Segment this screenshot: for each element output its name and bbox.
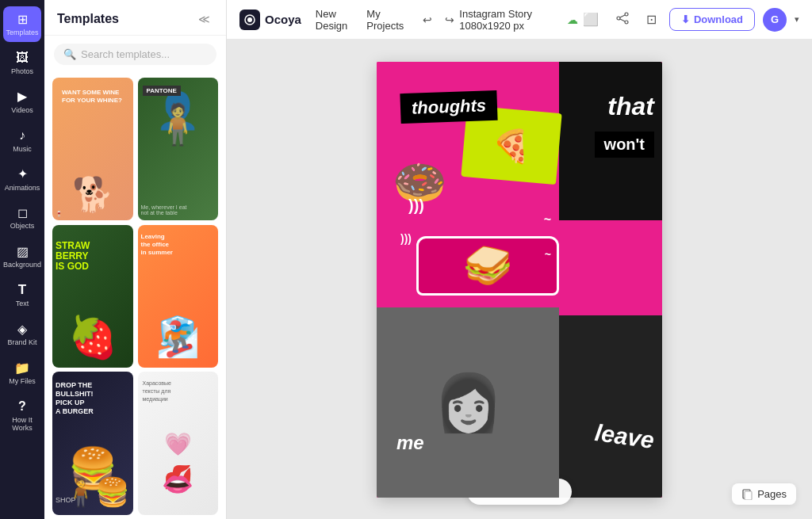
canvas-title: Instagram Story 1080x1920 px <box>459 8 561 32</box>
canvas-area: thoughts that won't 🍕 🍩 ))) ~ 🥪 <box>227 40 812 519</box>
thoughts-element[interactable]: thoughts <box>400 90 497 123</box>
undo-redo-group: ↩ ↪ <box>418 10 459 29</box>
sidebar-label-music: Music <box>13 146 32 154</box>
template-card[interactable]: PANTONE 🧍 Me, wherever I eatnot at the t… <box>138 78 219 220</box>
sidebar-item-my-files[interactable]: 📁 My Files <box>3 355 41 391</box>
sidebar-label-my-files: My Files <box>9 378 36 386</box>
black-bottom-right-section <box>559 315 662 498</box>
background-icon: ▨ <box>14 243 30 259</box>
template-card[interactable]: STRAWBERRYIS GOD 🍓 <box>52 225 133 368</box>
topbar-right: ⬜ ⊡ ⬇ Download G ▾ <box>578 8 799 32</box>
template-card[interactable]: DROP THEBULLSHIT!PICK UPA BURGER SHOP 🍔 … <box>52 372 133 514</box>
avatar-button[interactable]: G <box>763 8 787 32</box>
squiggle-2: ~ <box>544 212 551 227</box>
sidebar-label-background: Background <box>3 261 41 269</box>
objects-icon: ◻ <box>14 204 30 220</box>
templates-header: Templates ≪ <box>44 0 226 36</box>
template-card-text: Want some winefor your whine? <box>56 82 128 112</box>
music-icon: ♪ <box>14 128 30 143</box>
squiggle-4: ~ <box>545 248 551 261</box>
search-input[interactable] <box>81 48 207 60</box>
svg-point-3 <box>617 17 620 20</box>
my-projects-nav[interactable]: My Projects <box>362 5 408 35</box>
templates-title: Templates <box>57 12 119 26</box>
svg-rect-15 <box>745 491 752 500</box>
sidebar-item-animations[interactable]: ✦ Animations <box>3 162 41 197</box>
sandwich-element[interactable]: 🥪 <box>416 236 559 296</box>
undo-button[interactable]: ↩ <box>418 10 437 29</box>
squiggle-1: ))) <box>408 197 424 215</box>
sidebar-label-how-it-works: How It Works <box>6 417 38 433</box>
sidebar-item-brand-kit[interactable]: ◈ Brand Kit <box>3 316 41 352</box>
sidebar-item-background[interactable]: ▨ Background <box>3 239 41 274</box>
animations-icon: ✦ <box>14 166 30 182</box>
template-card[interactable]: Want some winefor your whine? 🐕 🍷 <box>52 78 133 220</box>
resize-button[interactable]: ⊡ <box>642 9 661 30</box>
share-button[interactable] <box>611 9 634 31</box>
template-card[interactable]: Харасовыетексты длямедиации 👄 💗 <box>138 372 219 514</box>
sidebar-item-objects[interactable]: ◻ Objects <box>3 200 41 235</box>
sidebar-item-text[interactable]: T Text <box>3 277 41 313</box>
cloud-save-icon: ☁ <box>567 13 578 26</box>
templates-icon: ⊞ <box>14 11 30 27</box>
svg-point-1 <box>247 17 252 22</box>
download-button[interactable]: ⬇ Download <box>669 8 755 31</box>
sidebar-label-videos: Videos <box>11 107 33 115</box>
main-area: Ocoya New Design My Projects ↩ ↪ Instagr… <box>227 0 812 519</box>
topbar-left: Ocoya New Design My Projects ↩ ↪ <box>239 5 459 35</box>
presentation-button[interactable]: ⬜ <box>578 9 603 30</box>
girl-face-element[interactable]: 👩 <box>377 307 559 498</box>
ocoya-logo: Ocoya <box>239 10 301 30</box>
template-card[interactable]: Leavingthe officein summer 🏂 <box>138 225 219 368</box>
svg-point-2 <box>625 13 628 16</box>
search-icon: 🔍 <box>63 48 76 60</box>
collapse-panel-button[interactable]: ≪ <box>195 11 213 27</box>
search-container: 🔍 <box>44 36 226 73</box>
sidebar-label-objects: Objects <box>10 223 35 231</box>
that-element[interactable]: that <box>607 92 654 121</box>
download-label: Download <box>694 13 743 25</box>
sidebar-label-photos: Photos <box>11 68 33 76</box>
topbar-center: Instagram Story 1080x1920 px ☁ <box>459 8 578 32</box>
canvas-wrapper: thoughts that won't 🍕 🍩 ))) ~ 🥪 <box>377 62 662 498</box>
sidebar-item-videos[interactable]: ▶ Videos <box>3 84 41 120</box>
avatar-dropdown-icon[interactable]: ▾ <box>795 14 799 25</box>
brand-kit-icon: ◈ <box>14 321 30 337</box>
pages-button[interactable]: Pages <box>732 483 796 505</box>
sidebar-label-text: Text <box>16 300 29 308</box>
sidebar-label-animations: Animations <box>5 185 40 193</box>
sidebar-label-brand-kit: Brand Kit <box>7 339 36 347</box>
squiggle-3: ))) <box>400 232 412 245</box>
how-it-works-icon: ? <box>14 399 30 414</box>
topbar: Ocoya New Design My Projects ↩ ↪ Instagr… <box>227 0 812 40</box>
redo-button[interactable]: ↪ <box>440 10 459 29</box>
new-design-nav[interactable]: New Design <box>311 5 352 35</box>
search-input-wrapper: 🔍 <box>54 44 216 65</box>
templates-grid: Want some winefor your whine? 🐕 🍷 PANTON… <box>44 73 226 519</box>
videos-icon: ▶ <box>14 89 30 105</box>
photos-icon: 🖼 <box>14 50 30 66</box>
pages-label: Pages <box>757 488 787 500</box>
sidebar-item-photos[interactable]: 🖼 Photos <box>3 45 41 81</box>
ocoya-logo-text: Ocoya <box>265 13 301 26</box>
pages-icon <box>741 489 753 500</box>
templates-panel: Templates ≪ 🔍 Want some winefor your whi… <box>44 0 227 519</box>
sidebar-item-templates[interactable]: ⊞ Templates <box>3 6 41 42</box>
sidebar-item-how-it-works[interactable]: ? How It Works <box>3 394 41 437</box>
svg-line-5 <box>620 15 625 17</box>
text-icon: T <box>14 282 30 298</box>
sidebar-label-templates: Templates <box>6 29 38 37</box>
download-icon: ⬇ <box>681 13 690 25</box>
svg-line-6 <box>620 19 625 21</box>
me-element[interactable]: me <box>396 432 424 454</box>
ocoya-logo-icon <box>239 10 260 30</box>
svg-point-4 <box>625 21 628 24</box>
portrait-image: 👩 <box>434 370 503 435</box>
wont-element[interactable]: won't <box>595 132 654 158</box>
design-canvas[interactable]: thoughts that won't 🍕 🍩 ))) ~ 🥪 <box>377 62 662 498</box>
icon-sidebar: ⊞ Templates 🖼 Photos ▶ Videos ♪ Music ✦ … <box>0 0 44 519</box>
my-files-icon: 📁 <box>14 360 30 376</box>
sidebar-item-music[interactable]: ♪ Music <box>3 123 41 158</box>
